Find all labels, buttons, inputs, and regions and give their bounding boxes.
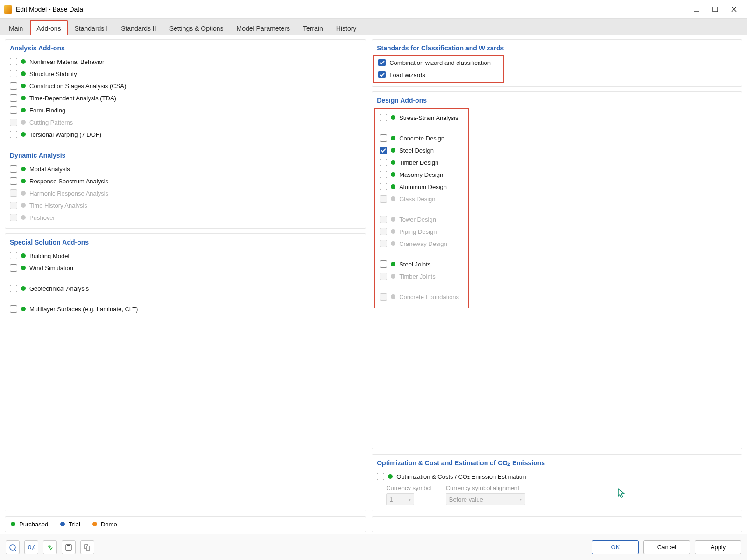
item-steeljoints: Steel Joints	[379, 258, 465, 270]
tool-default-icon[interactable]	[80, 540, 94, 554]
item-steel: Steel Design	[379, 144, 465, 156]
status-dot	[21, 96, 26, 100]
status-dot	[21, 253, 26, 258]
checkbox-csa[interactable]	[10, 82, 17, 90]
panel-special: Special Solution Add-ons Building Model …	[5, 233, 366, 511]
svg-line-5	[14, 549, 16, 551]
status-dot	[21, 203, 26, 208]
tab-model-parameters[interactable]: Model Parameters	[231, 21, 296, 35]
panel-title-special: Special Solution Add-ons	[9, 237, 362, 250]
currency-alignment-label: Currency symbol alignment	[446, 484, 525, 491]
legend-dot-trial	[60, 522, 65, 526]
item-stability: Structure Stability	[9, 68, 362, 80]
tab-standards-2[interactable]: Standards II	[115, 21, 162, 35]
tab-history[interactable]: History	[330, 21, 363, 35]
status-dot	[391, 294, 395, 299]
close-button[interactable]	[725, 2, 743, 16]
checkbox-combo-wizard[interactable]	[378, 59, 386, 66]
item-tower: Tower Design	[379, 213, 465, 225]
item-nonlinear: Nonlinear Material Behavior	[9, 56, 362, 68]
tab-addons[interactable]: Add-ons	[30, 20, 67, 35]
checkbox-building[interactable]	[10, 252, 17, 259]
footer: 0,00 OK Cancel Apply	[0, 534, 747, 560]
checkbox-nonlinear[interactable]	[10, 58, 17, 65]
panel-analysis: Analysis Add-ons Nonlinear Material Beha…	[5, 39, 366, 229]
checkbox-masonry[interactable]	[380, 171, 387, 178]
item-glass: Glass Design	[379, 193, 465, 205]
panel-title-optimization: Optimization & Cost and Estimation of CO…	[376, 457, 738, 470]
tab-main[interactable]: Main	[3, 21, 29, 35]
panel-design: Design Add-ons Stress-Strain Analysis Co…	[372, 91, 742, 449]
checkbox-formfinding[interactable]	[10, 106, 17, 114]
cancel-button[interactable]: Cancel	[643, 540, 690, 554]
item-torsional: Torsional Warping (7 DOF)	[9, 128, 362, 140]
currency-alignment-select: Before value▾	[446, 493, 525, 505]
item-foundations: Concrete Foundations	[379, 291, 465, 303]
tool-save-icon[interactable]	[62, 540, 76, 554]
svg-rect-8	[67, 545, 70, 546]
checkbox-geo[interactable]	[10, 285, 17, 292]
tab-standards-1[interactable]: Standards I	[69, 21, 114, 35]
status-dot	[391, 115, 395, 120]
item-load-wizards: Load wizards	[377, 69, 500, 81]
checkbox-torsional[interactable]	[10, 131, 17, 138]
checkbox-cutting	[10, 119, 17, 126]
checkbox-optimization[interactable]	[377, 473, 384, 480]
ok-button[interactable]: OK	[592, 540, 639, 554]
checkbox-modal[interactable]	[10, 165, 17, 173]
item-harmonic: Harmonic Response Analysis	[9, 187, 362, 199]
status-dot	[391, 196, 395, 201]
status-dot	[391, 172, 395, 177]
checkbox-concrete[interactable]	[380, 134, 387, 142]
tool-recycle-icon[interactable]	[43, 540, 57, 554]
tool-units-icon[interactable]: 0,00	[24, 540, 38, 554]
checkbox-tda[interactable]	[10, 94, 17, 102]
panel-title-analysis: Analysis Add-ons	[9, 42, 362, 56]
item-response: Response Spectrum Analysis	[9, 175, 362, 187]
panel-title-standards: Standards for Classification and Wizards	[376, 42, 738, 56]
checkbox-timehistory	[10, 202, 17, 209]
status-dot	[21, 120, 26, 125]
app-icon	[4, 5, 12, 14]
panel-title-dynamic: Dynamic Analysis	[9, 150, 362, 163]
item-multilayer: Multilayer Surfaces (e.g. Laminate, CLT)	[9, 303, 362, 315]
minimize-button[interactable]	[687, 2, 706, 16]
tab-settings[interactable]: Settings & Options	[163, 21, 230, 35]
item-timberjoints: Timber Joints	[379, 270, 465, 282]
checkbox-steeljoints[interactable]	[380, 260, 387, 268]
status-dot	[391, 136, 395, 140]
checkbox-glass	[380, 195, 387, 203]
status-dot	[21, 84, 26, 88]
checkbox-multilayer[interactable]	[10, 305, 17, 313]
status-dot	[391, 160, 395, 165]
checkbox-wind[interactable]	[10, 264, 17, 272]
panel-standards: Standards for Classification and Wizards…	[372, 39, 742, 87]
tool-help-icon[interactable]	[6, 540, 20, 554]
checkbox-tower	[380, 216, 387, 223]
status-dot	[391, 262, 395, 266]
maximize-button[interactable]	[706, 2, 725, 16]
checkbox-steel[interactable]	[380, 147, 387, 154]
legend: Purchased Trial Demo	[5, 516, 366, 532]
apply-button[interactable]: Apply	[695, 540, 741, 554]
currency-symbol-select: 1▾	[386, 493, 414, 505]
checkbox-harmonic	[10, 189, 17, 197]
legend-dot-purchased	[11, 522, 15, 526]
item-masonry: Masonry Design	[379, 168, 465, 181]
checkbox-response[interactable]	[10, 177, 17, 185]
checkbox-aluminum[interactable]	[380, 183, 387, 190]
checkbox-load-wizards[interactable]	[378, 71, 386, 78]
status-dot	[21, 191, 26, 196]
checkbox-stability[interactable]	[10, 70, 17, 77]
item-stress: Stress-Strain Analysis	[379, 112, 465, 124]
tab-terrain[interactable]: Terrain	[297, 21, 329, 35]
checkbox-craneway	[380, 240, 387, 247]
checkbox-stress[interactable]	[380, 114, 387, 121]
checkbox-timber[interactable]	[380, 159, 387, 166]
item-geo: Geotechnical Analysis	[9, 282, 362, 294]
status-dot	[388, 474, 393, 479]
status-dot	[391, 148, 395, 153]
status-dot	[391, 184, 395, 189]
item-wind: Wind Simulation	[9, 262, 362, 274]
panel-title-design: Design Add-ons	[376, 95, 738, 108]
